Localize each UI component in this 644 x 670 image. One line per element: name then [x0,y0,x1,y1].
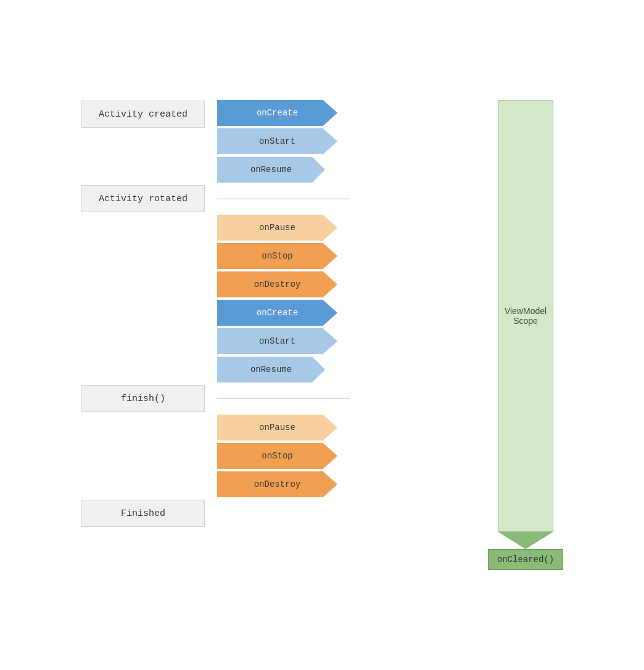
content-area: Activity created onCreate onStart [81,100,489,570]
arrow-onpause-2: onPause [217,415,337,440]
arrow-onstop-1: onStop [217,243,337,269]
row-onstop-1: onStop [81,243,489,271]
row-onresume-1: onResume [81,157,489,185]
arrow-oncreate-1: onCreate [217,100,337,126]
row-onstop-2: onStop [81,443,489,471]
arrow-col-ondestroy-2: onDestroy [217,471,337,500]
row-finish: finish() [81,385,489,412]
arrow-col-ondestroy-1: onDestroy [217,271,337,300]
arrow-onpause-1: onPause [217,215,337,241]
row-onstart-1: onStart [81,128,489,157]
arrow-col-onpause-1: onPause [217,215,337,243]
divider-line-2 [217,399,350,399]
arrow-oncreate-2: onCreate [217,300,337,326]
viewmodel-scope-label: ViewModel Scope [502,300,550,332]
arrow-col-oncreate-2: onCreate [217,300,337,328]
row-oncreate-2: onCreate [81,300,489,328]
on-cleared-box: onCleared() [488,549,563,570]
viewmodel-scope-body: ViewModel Scope [498,100,553,532]
viewmodel-scope-arrow [498,532,553,549]
arrow-ondestroy-1: onDestroy [217,271,337,297]
viewmodel-scope-area: ViewModel Scope onCleared() [489,100,563,570]
row-ondestroy-2: onDestroy [81,471,489,500]
row-onpause-2: onPause [81,415,489,443]
arrow-onstart-1: onStart [217,128,337,154]
row-ondestroy-1: onDestroy [81,271,489,300]
arrow-col-onstop-2: onStop [217,443,337,471]
label-finished: Finished [81,500,205,527]
arrow-col-1: onCreate [217,100,337,128]
arrow-onstart-2: onStart [217,328,337,354]
row-activity-created: Activity created onCreate [81,100,489,128]
row-activity-rotated: Activity rotated [81,185,489,212]
arrow-col-onpause-2: onPause [217,415,337,443]
row-onresume-2: onResume [81,357,489,385]
arrow-onstop-2: onStop [217,443,337,469]
divider-line-1 [217,199,350,199]
arrow-col-onresume-1: onResume [217,157,325,185]
diagram-container: Activity created onCreate onStart [81,100,563,570]
arrow-ondestroy-2: onDestroy [217,471,337,497]
arrow-onresume-2: onResume [217,357,325,383]
arrow-col-onresume-2: onResume [217,357,325,385]
arrow-onresume-1: onResume [217,157,325,183]
arrow-col-onstop-1: onStop [217,243,337,271]
row-onpause-1: onPause [81,215,489,243]
row-onstart-2: onStart [81,328,489,357]
arrow-col-onstart-1: onStart [217,128,337,157]
row-finished: Finished [81,500,489,527]
arrow-col-onstart-2: onStart [217,328,337,357]
label-finish: finish() [81,385,205,412]
label-activity-rotated: Activity rotated [81,185,205,212]
label-activity-created: Activity created [81,101,205,128]
